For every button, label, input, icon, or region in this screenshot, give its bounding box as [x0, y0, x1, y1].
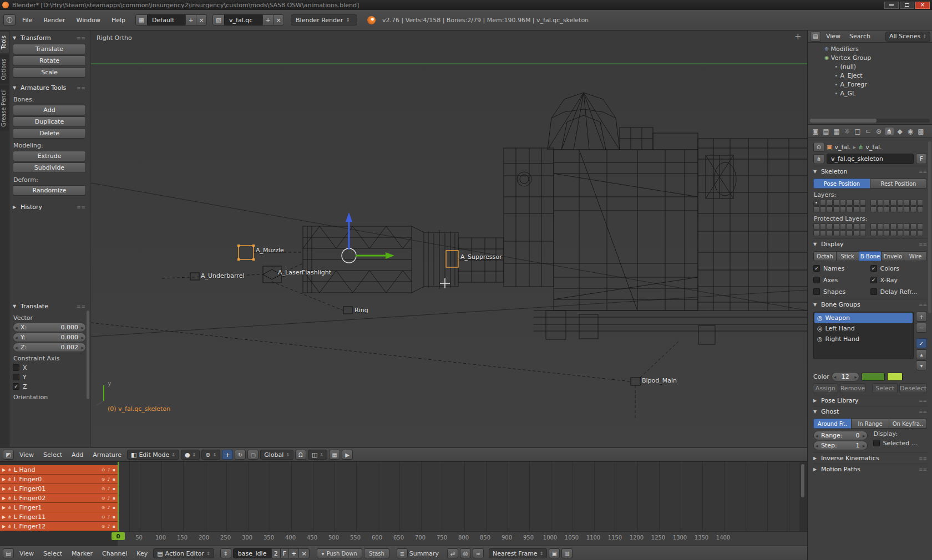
- pivot-point-select[interactable]: ⊕: [201, 450, 220, 460]
- action-add-button[interactable]: +: [288, 548, 299, 558]
- opengl-render-anim-button[interactable]: ▶: [342, 450, 353, 460]
- menu-file[interactable]: File: [18, 15, 37, 26]
- constraint-z-checkbox[interactable]: Z: [13, 382, 86, 391]
- protected-layer-toggle[interactable]: [813, 230, 819, 236]
- panel-header-transform[interactable]: ▼ Transform ≡≡: [13, 33, 86, 43]
- menu-window[interactable]: Window: [72, 15, 105, 26]
- viewport-shading-select[interactable]: ●: [181, 450, 200, 460]
- protected-layer-toggle[interactable]: [840, 223, 846, 230]
- mute-icon[interactable]: ♪: [107, 515, 110, 520]
- remove-group-button[interactable]: −: [916, 323, 927, 333]
- ds-marker-menu[interactable]: Marker: [68, 550, 97, 557]
- tab-grease-pencil[interactable]: Grease Pencil: [0, 85, 9, 131]
- manipulator-rotate-button[interactable]: ↻: [235, 450, 246, 460]
- panel-header-display[interactable]: ▼Display ≡≡: [813, 238, 927, 250]
- tab-options[interactable]: Options: [0, 55, 9, 84]
- layer-toggle[interactable]: [840, 206, 846, 212]
- lock-icon[interactable]: ▪: [113, 486, 115, 491]
- channel-l-finger01[interactable]: ▶ ⋔ L Finger01 ⊙♪▪: [0, 484, 118, 493]
- ds-channel-menu[interactable]: Channel: [98, 550, 131, 557]
- screen-browse-button[interactable]: ▦: [135, 14, 148, 26]
- scene-name-field[interactable]: v_fal.qc: [224, 14, 263, 26]
- protected-layer-toggle[interactable]: [813, 223, 819, 230]
- pin-icon[interactable]: ⊙: [102, 524, 105, 529]
- expander-icon[interactable]: ▶: [2, 467, 6, 472]
- protected-layer-toggle[interactable]: [890, 230, 896, 236]
- action-unlink-button[interactable]: ×: [298, 548, 309, 558]
- bone-label-underbarrel[interactable]: A_Underbarrel: [201, 272, 244, 279]
- current-frame-line[interactable]: [118, 462, 119, 531]
- protected-layer-toggle[interactable]: [827, 223, 833, 230]
- lock-icon[interactable]: ▪: [113, 496, 115, 501]
- outliner-item-null[interactable]: • (null): [824, 62, 930, 71]
- tab-object-icon[interactable]: □: [853, 128, 862, 135]
- lock-icon[interactable]: ▪: [113, 515, 115, 520]
- protected-layer-toggle[interactable]: [917, 223, 923, 230]
- scene-unlink-button[interactable]: ×: [273, 14, 284, 26]
- layer-toggle[interactable]: [853, 200, 859, 206]
- layer-toggle[interactable]: [833, 200, 839, 206]
- outliner-view-menu[interactable]: View: [822, 33, 844, 40]
- tab-render-layers-icon[interactable]: ▤: [822, 128, 830, 135]
- expander-icon[interactable]: ▶: [2, 477, 6, 482]
- expander-icon[interactable]: ▶: [2, 496, 6, 501]
- panel-header-skeleton[interactable]: ▼Skeleton ≡≡: [813, 166, 927, 177]
- scene-add-button[interactable]: +: [262, 14, 273, 26]
- pin-icon[interactable]: ⊙: [102, 467, 105, 472]
- breadcrumb-object[interactable]: v_fal.: [834, 144, 850, 151]
- protected-layer-toggle[interactable]: [860, 223, 866, 230]
- ghost-around-frame-button[interactable]: Around Fr..: [813, 419, 852, 429]
- vector-y-field[interactable]: Y: 0.000: [13, 333, 86, 342]
- menu-render[interactable]: Render: [39, 15, 69, 26]
- outliner-item-modifiers[interactable]: ⊛ Modifiers: [824, 44, 930, 53]
- layer-toggle[interactable]: [877, 200, 883, 206]
- transform-orientation-select[interactable]: Global: [260, 450, 293, 460]
- summary-toggle[interactable]: ≣: [397, 548, 408, 558]
- region-expand-icon[interactable]: +: [794, 32, 802, 42]
- editor-type-button[interactable]: ◩: [3, 450, 14, 460]
- nav-wave-icon[interactable]: ≈: [473, 548, 484, 558]
- armature-menu[interactable]: Armature: [89, 451, 125, 459]
- protected-layer-toggle[interactable]: [904, 223, 910, 230]
- deselect-button[interactable]: Deselect: [899, 383, 927, 393]
- push-down-button[interactable]: ▾ Push Down: [317, 548, 362, 558]
- layer-toggle[interactable]: [813, 206, 819, 212]
- layer-toggle[interactable]: [884, 206, 890, 212]
- opengl-render-button[interactable]: ▦: [329, 450, 340, 460]
- mute-icon[interactable]: ♪: [107, 505, 110, 510]
- pin-icon[interactable]: ⊙: [102, 505, 105, 510]
- outliner-editor-type-button[interactable]: ▤: [810, 32, 821, 42]
- move-group-up-button[interactable]: ▴: [916, 349, 927, 359]
- select-button[interactable]: Select: [872, 383, 898, 393]
- tab-tools[interactable]: Tools: [0, 32, 9, 53]
- delete-bone-button[interactable]: Delete: [13, 128, 86, 139]
- protected-layer-toggle[interactable]: [897, 223, 903, 230]
- 3d-viewport[interactable]: Right Ortho + A_Muzzle A_Suppressor A_La…: [91, 30, 807, 447]
- tab-bone-icon[interactable]: ◆: [895, 128, 904, 135]
- expander-icon[interactable]: ▶: [2, 505, 6, 510]
- layer-toggle[interactable]: [884, 200, 890, 206]
- layer-toggle[interactable]: [890, 206, 896, 212]
- display-stick-button[interactable]: Stick: [836, 251, 859, 261]
- protected-layer-toggle[interactable]: [877, 230, 883, 236]
- dope-sheet-editor-type-button[interactable]: ▤: [3, 548, 14, 558]
- channel-l-hand[interactable]: ▶ ⋔ L Hand ⊙♪▪: [0, 465, 118, 475]
- layer-toggle[interactable]: [827, 200, 833, 206]
- menu-help[interactable]: Help: [107, 15, 130, 26]
- channel-l-finger1[interactable]: ▶ ⋔ L Finger1 ⊙♪▪: [0, 503, 118, 512]
- bone-label-muzzle[interactable]: A_Muzzle: [256, 247, 284, 254]
- extrude-button[interactable]: Extrude: [13, 151, 86, 161]
- layer-toggle[interactable]: [897, 200, 903, 206]
- armature-browse-button[interactable]: ⋔: [813, 154, 824, 164]
- channel-l-finger11[interactable]: ▶ ⋔ L Finger11 ⊙♪▪: [0, 512, 118, 522]
- bone-group-right-hand[interactable]: ◎Right Hand: [814, 334, 913, 344]
- fake-user-button[interactable]: F: [916, 154, 927, 164]
- layer-toggle[interactable]: [870, 206, 877, 212]
- translate-button[interactable]: Translate: [13, 44, 86, 54]
- paste-keyframes-button[interactable]: ▥: [561, 548, 573, 558]
- panel-header-bone-groups[interactable]: ▼Bone Groups ≡≡: [813, 299, 927, 310]
- pin-icon[interactable]: ⊙: [102, 477, 105, 482]
- add-bone-button[interactable]: Add: [13, 105, 86, 115]
- ds-view-menu[interactable]: View: [16, 550, 38, 557]
- protected-layer-toggle[interactable]: [890, 223, 896, 230]
